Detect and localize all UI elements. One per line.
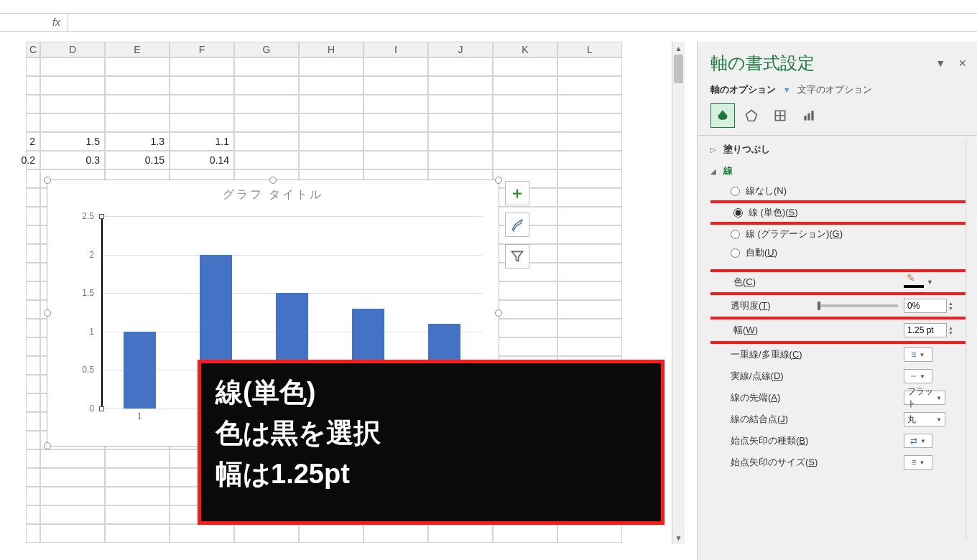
begin-arrow-dropdown[interactable]: ⇄▼ [904,434,932,448]
x-tick-label: 1 [118,411,161,421]
size-properties-icon[interactable] [768,103,792,128]
col-head[interactable]: I [364,42,428,57]
radio-input[interactable] [733,208,743,218]
prop-begin-arrow[interactable]: 始点矢印の種類(B) ⇄▼ [710,430,967,452]
cell[interactable]: 1.5 [40,132,105,151]
prop-cap[interactable]: 線の先端(A) フラット▼ [710,387,967,409]
cell[interactable] [299,132,364,151]
radio-line-gradient[interactable]: 線 (グラデーション)(G) [710,225,967,243]
prop-width[interactable]: 幅(W) ▲▼ [710,319,967,341]
cell[interactable]: 0.2 [26,151,40,169]
begin-size-dropdown[interactable]: ≡▼ [904,455,932,470]
cell[interactable]: 1.3 [105,132,170,151]
transparency-input[interactable] [904,299,947,313]
pane-menu-icon[interactable]: ▼ [935,57,945,69]
scroll-up-icon[interactable]: ▲ [672,42,685,55]
resize-handle[interactable] [44,442,51,449]
cell[interactable]: 0.15 [105,151,170,169]
section-line[interactable]: ◢ 線 [710,160,967,182]
radio-line-solid[interactable]: 線 (単色)(S) [710,203,967,222]
effects-icon[interactable] [739,103,764,128]
tab-text-options[interactable]: 文字のオプション [797,84,872,95]
cell[interactable] [493,132,557,151]
col-head[interactable]: D [40,42,105,57]
filter-icon [510,249,524,263]
cell[interactable]: 2 [26,132,40,151]
cell[interactable]: 0.3 [40,151,105,169]
dropdown-arrow-icon[interactable]: ▼ [927,279,933,286]
col-head[interactable]: J [428,42,493,57]
width-input[interactable] [904,323,947,337]
resize-handle[interactable] [269,177,277,184]
formula-input[interactable] [68,14,977,31]
prop-compound[interactable]: 一重線/多重線(C) ≡▼ [710,344,967,365]
prop-transparency[interactable]: 透明度(T) ▲▼ [710,295,967,317]
svg-marker-0 [746,111,757,121]
spinner-icon[interactable]: ▲▼ [948,325,953,335]
chart-title[interactable]: グラフ タイトル [47,180,499,208]
svg-rect-5 [807,113,810,121]
resize-handle[interactable] [44,309,51,317]
vertical-scrollbar[interactable]: ▲ ▼ [672,42,685,544]
radio-input[interactable] [731,230,740,239]
color-picker-icon[interactable] [904,276,924,288]
radio-label: 自動(U) [746,246,777,259]
prop-color[interactable]: 色(C) ▼ [710,272,967,292]
radio-line-none[interactable]: 線なし(N) [710,182,967,200]
pane-title-row: 軸の書式設定 ▼ ✕ [710,52,967,75]
col-head[interactable]: L [557,42,622,57]
col-head[interactable]: E [105,42,170,57]
cell[interactable] [234,151,299,169]
cell[interactable] [557,132,622,151]
col-head[interactable]: C [26,42,40,57]
highlight-solid-line: 線 (単色)(S) [710,200,967,225]
cell[interactable]: 1.1 [170,132,234,151]
cell[interactable] [428,132,493,151]
chart-styles-button[interactable] [505,213,529,237]
col-head[interactable]: G [234,42,299,57]
chart-filter-button[interactable] [505,244,529,269]
cell[interactable] [364,151,428,169]
cell[interactable] [299,151,364,169]
radio-input[interactable] [731,187,740,196]
scroll-down-icon[interactable]: ▼ [672,531,685,544]
chevron-down-icon[interactable]: ▼ [783,85,791,94]
resize-handle[interactable] [495,309,502,317]
join-dropdown[interactable]: 丸▼ [904,412,945,426]
resize-handle[interactable] [44,177,51,184]
axis-options-icon[interactable] [797,103,821,128]
col-head[interactable]: K [493,42,557,57]
col-head[interactable]: F [170,42,234,57]
resize-handle[interactable] [495,177,502,184]
scroll-down-icon[interactable]: ▼ [966,533,967,541]
annotation-line: 線(単色) [216,372,647,413]
cell[interactable] [364,132,428,151]
radio-line-auto[interactable]: 自動(U) [710,243,967,262]
tab-axis-options[interactable]: 軸のオプション [710,84,776,95]
radio-label: 線なし(N) [746,185,787,197]
cell[interactable]: 0.14 [170,151,234,169]
annotation-line: 色は黒を選択 [216,413,647,454]
section-fill[interactable]: ▷ 塗りつぶし [710,139,967,160]
dash-dropdown[interactable]: ┈▼ [904,369,932,383]
highlight-color: 色(C) ▼ [710,269,967,295]
chart-plus-button[interactable]: ＋ [505,181,529,205]
cell[interactable] [234,132,299,151]
pane-close-icon[interactable]: ✕ [958,57,967,69]
spinner-icon[interactable]: ▲▼ [948,301,953,311]
prop-join[interactable]: 線の結合点(J) 丸▼ [710,409,967,430]
cell[interactable] [428,151,493,169]
prop-begin-size[interactable]: 始点矢印のサイズ(S) ≡▼ [710,452,967,473]
cell[interactable] [557,151,622,169]
radio-input[interactable] [731,248,740,258]
transparency-slider[interactable] [818,304,899,307]
cell[interactable] [493,151,557,169]
prop-dash[interactable]: 実線/点線(D) ┈▼ [710,365,967,387]
pane-scrollbar[interactable]: ▲ ▼ [966,139,967,541]
col-head[interactable]: H [299,42,364,57]
scroll-thumb[interactable] [674,55,683,83]
cap-dropdown[interactable]: フラット▼ [904,391,945,405]
bar[interactable] [124,332,156,409]
fill-line-icon[interactable] [710,103,735,128]
compound-dropdown[interactable]: ≡▼ [904,347,932,362]
